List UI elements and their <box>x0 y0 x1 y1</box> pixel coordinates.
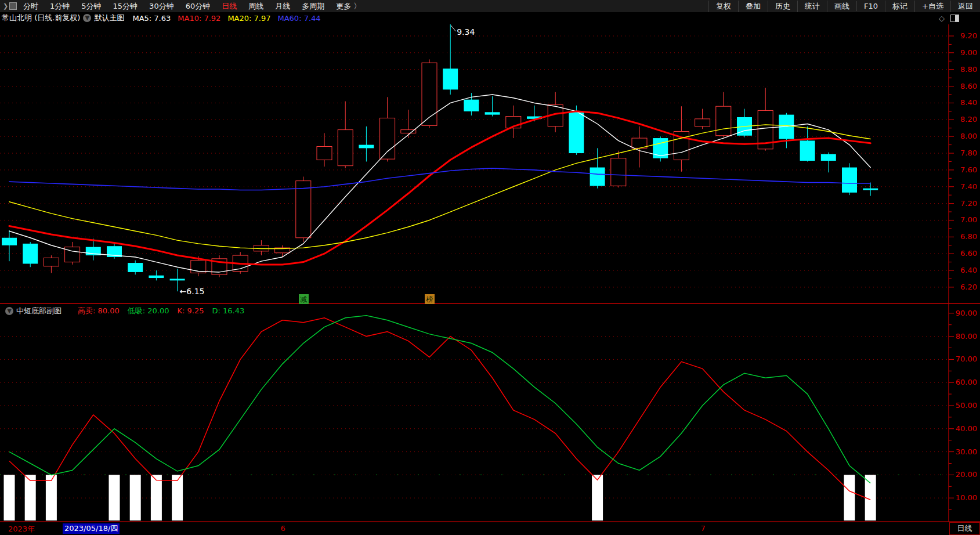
sub-chart-param: K: 9.25 <box>177 306 204 315</box>
svg-text:8.60: 8.60 <box>960 82 977 91</box>
month-marker-6: 6 <box>281 524 285 533</box>
toolbar-action-画线[interactable]: 画线 <box>827 1 856 12</box>
svg-text:9.20: 9.20 <box>960 31 977 40</box>
sub-chart-header: ▼ 中短底部副图 高卖: 80.00低吸: 20.00K: 9.25D: 16.… <box>2 306 252 316</box>
svg-text:8.00: 8.00 <box>960 132 977 140</box>
svg-text:7.40: 7.40 <box>960 182 977 191</box>
svg-text:6.60: 6.60 <box>960 249 977 258</box>
svg-text:7.00: 7.00 <box>960 215 977 224</box>
svg-text:80.00: 80.00 <box>956 332 977 341</box>
ma-label: MA20: 7.97 <box>227 14 270 23</box>
svg-text:6.40: 6.40 <box>960 266 977 274</box>
svg-text:70.00: 70.00 <box>956 355 977 363</box>
svg-text:90.00: 90.00 <box>956 309 977 317</box>
toolbar-action-统计[interactable]: 统计 <box>797 1 827 12</box>
diamond-icon[interactable]: ◇ <box>939 14 945 23</box>
info-bar: 常山北明 (日线.前复权) ▼ 默认主图 MA5: 7.63MA10: 7.92… <box>0 12 980 24</box>
month-marker-7: 7 <box>701 524 706 533</box>
period-indicator[interactable]: 日线 <box>949 522 980 535</box>
chevron-down-icon[interactable]: ▼ <box>5 307 13 315</box>
svg-text:6.80: 6.80 <box>960 232 977 241</box>
svg-text:8.40: 8.40 <box>960 98 977 107</box>
svg-text:50.00: 50.00 <box>956 401 977 410</box>
split-window-icon[interactable] <box>950 15 959 22</box>
svg-text:10.00: 10.00 <box>956 493 977 502</box>
ma-label: MA5: 7.63 <box>132 14 171 23</box>
svg-text:7.60: 7.60 <box>960 165 977 174</box>
period-tab-60分钟[interactable]: 60分钟 <box>180 1 216 12</box>
period-tab-周线[interactable]: 周线 <box>243 1 269 12</box>
stock-title: 常山北明 (日线.前复权) <box>2 13 80 23</box>
date-axis-bar: 2023年 2023/05/18/四 67 日线 <box>0 522 980 535</box>
top-toolbar: ❯ 分时1分钟5分钟15分钟30分钟60分钟日线周线月线多周期更多 〉 复权叠加… <box>0 0 980 13</box>
signal-flag-榜: 榜 <box>425 294 435 304</box>
sub-chart-params: 高卖: 80.00低吸: 20.00K: 9.25D: 16.43 <box>78 306 252 316</box>
period-tab-30分钟[interactable]: 30分钟 <box>143 1 180 12</box>
svg-text:40.00: 40.00 <box>956 424 977 433</box>
year-label: 2023年 <box>8 524 35 534</box>
svg-text:30.00: 30.00 <box>956 447 977 456</box>
svg-text:9.34: 9.34 <box>457 27 475 37</box>
sub-chart-param: 低吸: 20.00 <box>128 306 169 315</box>
period-tab-分时[interactable]: 分时 <box>17 1 44 12</box>
toolbar-action-+自选[interactable]: +自选 <box>914 1 950 12</box>
svg-text:←6.15: ←6.15 <box>180 287 205 296</box>
period-tab-1分钟[interactable]: 1分钟 <box>44 1 75 12</box>
ma-label: MA60: 7.44 <box>277 14 320 23</box>
period-tab-15分钟[interactable]: 15分钟 <box>107 1 144 12</box>
period-tab-月线[interactable]: 月线 <box>269 1 296 12</box>
period-tab-5分钟[interactable]: 5分钟 <box>75 1 107 12</box>
chevron-down-icon[interactable]: ▼ <box>83 14 91 22</box>
period-tab-日线[interactable]: 日线 <box>216 1 243 12</box>
app-logo-icon[interactable]: ❯ <box>2 2 17 10</box>
svg-text:8.80: 8.80 <box>960 65 977 74</box>
sub-chart-param: 高卖: 80.00 <box>78 306 120 315</box>
signal-flag-减: 减 <box>299 294 309 304</box>
svg-text:8.20: 8.20 <box>960 115 977 124</box>
svg-text:7.80: 7.80 <box>960 149 977 157</box>
svg-text:6.20: 6.20 <box>960 283 977 291</box>
period-tab-多周期[interactable]: 多周期 <box>296 1 330 12</box>
chart-canvas[interactable]: 9.209.008.808.608.408.208.007.807.607.40… <box>0 0 980 535</box>
toolbar-actions: 复权叠加历史统计画线F10标记+自选返回 <box>708 1 980 12</box>
sub-chart-param: D: 16.43 <box>212 306 244 315</box>
svg-text:20.00: 20.00 <box>956 470 977 479</box>
toolbar-action-F10[interactable]: F10 <box>856 1 885 11</box>
toolbar-action-标记[interactable]: 标记 <box>885 1 914 12</box>
toolbar-action-复权[interactable]: 复权 <box>708 1 738 12</box>
selected-date-label: 2023/05/18/四 <box>63 523 120 534</box>
app-window: 9.209.008.808.608.408.208.007.807.607.40… <box>0 0 980 535</box>
toolbar-action-叠加[interactable]: 叠加 <box>738 1 768 12</box>
main-chart-label[interactable]: 默认主图 <box>94 13 124 23</box>
ma-label: MA10: 7.92 <box>178 14 220 23</box>
toolbar-action-历史[interactable]: 历史 <box>768 1 797 12</box>
period-tab-更多 〉[interactable]: 更多 〉 <box>330 1 367 12</box>
svg-text:60.00: 60.00 <box>956 378 977 386</box>
ma-legend: MA5: 7.63MA10: 7.92MA20: 7.97MA60: 7.44 <box>132 14 327 23</box>
sub-chart-title: 中短底部副图 <box>16 306 62 316</box>
period-tabs: 分时1分钟5分钟15分钟30分钟60分钟日线周线月线多周期更多 〉 <box>17 1 367 12</box>
svg-text:9.00: 9.00 <box>960 48 977 57</box>
svg-text:7.20: 7.20 <box>960 199 977 208</box>
toolbar-action-返回[interactable]: 返回 <box>950 1 980 12</box>
